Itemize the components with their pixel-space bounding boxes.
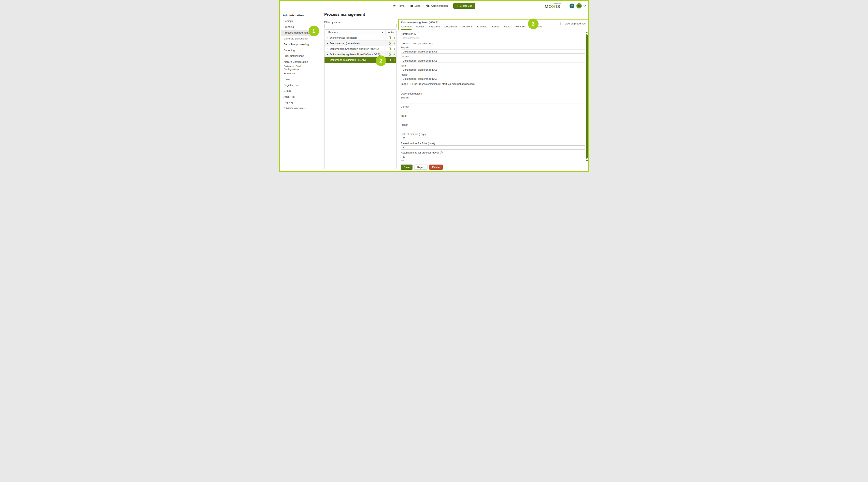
tab-signature[interactable]: Signature [429, 25, 440, 30]
field-input-italian[interactable] [401, 118, 585, 122]
sidebar-item-biometrics[interactable]: Biometrics [280, 71, 316, 77]
add-icon[interactable]: + [394, 58, 396, 62]
tab-iterations[interactable]: Iterations [462, 25, 472, 30]
create-job-button[interactable]: + Create Job [453, 3, 475, 9]
tab-documents[interactable]: Documents [444, 25, 458, 30]
field-input-parameter-id[interactable] [401, 36, 585, 40]
info-icon[interactable]: i [417, 33, 420, 35]
sidebar-item-retry-post-processing[interactable]: Retry Post-processing [280, 41, 316, 47]
list-divider [324, 130, 396, 131]
field-label-german: German [401, 106, 585, 108]
copy-icon[interactable] [389, 48, 391, 50]
scrollbar-down-arrow[interactable] [586, 160, 588, 161]
reject-button[interactable]: Reject [414, 164, 428, 170]
copy-icon[interactable] [389, 42, 391, 44]
expand-row-icon[interactable]: ▶ [327, 59, 328, 61]
field-label-date-of-timeout-days: Date of timeout (Days) [401, 132, 585, 135]
field-label-french: French [401, 73, 585, 76]
field-input-german[interactable] [401, 109, 585, 113]
row-actions: + [385, 57, 396, 63]
sidebar-item-settings[interactable]: Settings [280, 18, 316, 24]
sidebar-item-dsgvo-information[interactable]: DSGVO Information [280, 106, 316, 112]
copy-icon[interactable] [389, 36, 391, 39]
filter-by-name-input[interactable] [324, 24, 397, 28]
sidebar-item-group[interactable]: Group [280, 88, 316, 94]
expand-row-icon[interactable]: ▶ [327, 37, 328, 39]
process-column-header[interactable]: Process ▲ [324, 30, 385, 35]
field-input-german[interactable] [401, 59, 585, 63]
sidebar-item-logging[interactable]: Logging [280, 100, 316, 106]
sidebar-item-users[interactable]: Users [280, 77, 316, 82]
process-row-dokument-mit-anh-ngen-signieren-eidas[interactable]: ▶Dokument mit Anhängen signieren (eIDAS)… [324, 46, 396, 52]
home-icon [393, 4, 396, 7]
sidebar-item-generate-placeholder[interactable]: Generate placeholder [280, 36, 316, 42]
top-navbar: Home Jobs Administration + Create Job [280, 1, 588, 11]
process-name: Dienstvertrag (unbefristet) [324, 42, 360, 45]
section-heading-description-details: Description details [401, 92, 585, 95]
process-table-header: Process ▲ Action [324, 30, 396, 35]
field-label-parameter-id: Parameter-IDi [401, 32, 585, 35]
help-button[interactable]: ? [569, 4, 574, 8]
field-input-date-of-timeout-days[interactable] [401, 136, 585, 140]
field-input-english[interactable] [401, 50, 585, 54]
add-icon[interactable]: + [394, 42, 396, 45]
sort-ascending-icon[interactable]: ▲ [382, 31, 383, 33]
sidebar-item-audit-trail[interactable]: Audit Trail [280, 94, 316, 100]
tab-access[interactable]: Access [416, 25, 424, 30]
field-input-retention-time-for-jobs-days[interactable] [401, 145, 585, 150]
gear-icon [426, 4, 430, 8]
process-row-dienstvertrag-unbefristet[interactable]: ▶Dienstvertrag (unbefristet)+ [324, 41, 396, 46]
scrollbar-thumb[interactable] [586, 34, 588, 159]
field-input-retention-time-for-protocol-days[interactable] [401, 155, 585, 159]
process-row-dienstvertrag-befristet[interactable]: ▶Dienstvertrag (befristet)+ [324, 35, 396, 41]
copy-icon[interactable] [389, 53, 391, 56]
create-job-label: Create Job [460, 4, 472, 7]
expand-row-icon[interactable]: ▶ [327, 48, 328, 50]
sidebar-item-reporting[interactable]: Reporting [280, 47, 316, 53]
view-all-label: View all properties [565, 22, 586, 25]
field-label-german: German [401, 55, 585, 58]
chevron-down-icon[interactable] [584, 4, 586, 7]
nav-home[interactable]: Home [393, 4, 405, 7]
process-name: Dokument mit Anhängen signieren (eIDAS) [324, 47, 379, 50]
nav-jobs-label: Jobs [415, 4, 421, 7]
detail-header-highlight: Dokument(e) signieren (eIDAS) CommonAcce… [398, 19, 589, 30]
tab-hooks[interactable]: Hooks [504, 25, 511, 30]
add-icon[interactable]: + [394, 53, 396, 56]
sidebar-item-error-notifications[interactable]: Error Notifications [280, 53, 316, 59]
expand-row-icon[interactable]: ▶ [327, 42, 328, 44]
sidebar-item-xignup-configuration[interactable]: XignUp Configuration [280, 59, 316, 65]
avatar-initials: AH [578, 5, 581, 7]
expand-row-icon[interactable]: ▶ [327, 54, 328, 55]
section-heading-process-name-for-process: Process name (for Process) [401, 42, 585, 45]
tab-remarks[interactable]: Remarks [516, 25, 526, 30]
nav-administration[interactable]: Administration [426, 4, 448, 8]
sidebar-item-swisscom-seal-configuration[interactable]: Swisscom Seal Configuration [280, 65, 316, 71]
scrollbar-up-arrow[interactable] [586, 32, 588, 33]
tab-e-mail[interactable]: E-mail [492, 25, 499, 30]
view-all-checkbox[interactable] [560, 22, 563, 25]
info-icon[interactable]: i [440, 151, 443, 154]
sidebar-item-register-user[interactable]: Register user [280, 82, 316, 88]
avatar[interactable]: AH [577, 3, 582, 8]
process-row-dokument-e-signieren-pl-eidas-nur-qes[interactable]: ▶Dokument(e) signieren PL (eIDAS nur QES… [324, 52, 396, 57]
add-icon[interactable]: + [394, 36, 396, 39]
delete-button[interactable]: Delete [429, 164, 443, 170]
field-input-italian[interactable] [401, 68, 585, 72]
add-icon[interactable]: + [394, 47, 396, 51]
copy-icon[interactable] [389, 59, 391, 61]
field-input-image-uri-for-process-selection-at-start-via-external-application[interactable] [401, 86, 585, 90]
logo-x-icon [552, 5, 556, 8]
save-button[interactable]: Save [401, 164, 413, 170]
field-input-french[interactable] [401, 77, 585, 81]
filter-label: Filter by name: [324, 21, 341, 24]
nav-jobs[interactable]: Jobs [410, 4, 421, 7]
tab-common[interactable]: Common [401, 25, 412, 30]
view-all-properties-toggle[interactable]: View all properties [560, 22, 586, 25]
page-title: Process management [324, 12, 365, 17]
field-label-english: English [401, 46, 585, 49]
tab-branding[interactable]: Branding [477, 25, 487, 30]
field-input-english[interactable] [401, 100, 585, 104]
field-input-french[interactable] [401, 127, 585, 131]
nav-administration-label: Administration [431, 4, 448, 7]
